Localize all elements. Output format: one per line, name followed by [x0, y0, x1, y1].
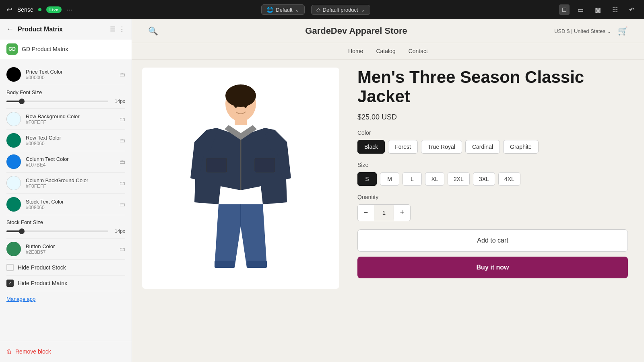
col-text-color-hex: #107BE4 — [26, 162, 115, 168]
col-bg-color-row: Colunm BackGround Color #F0FEFF 🗃 — [6, 173, 125, 194]
hide-product-stock-checkbox[interactable] — [6, 264, 14, 271]
row-text-color-swatch[interactable] — [6, 133, 21, 148]
price-text-color-info: Price Text Color #000000 — [26, 69, 115, 80]
product-image-container — [142, 68, 339, 289]
col-text-db-icon[interactable]: 🗃 — [120, 158, 125, 165]
body-font-slider-track[interactable] — [6, 101, 108, 102]
col-bg-color-info: Colunm BackGround Color #F0FEFF — [26, 177, 115, 189]
button-color-db-icon[interactable]: 🗃 — [120, 246, 125, 252]
row-text-color-info: Row Text Color #008060 — [26, 135, 115, 146]
buy-now-button[interactable]: Buy it now — [357, 257, 628, 278]
price-text-color-swatch[interactable] — [6, 67, 21, 82]
stock-font-slider-track[interactable] — [6, 230, 108, 232]
default-product-button[interactable]: ◇ Default product ⌄ — [311, 5, 370, 15]
sidebar-list-icon[interactable]: ☰ — [110, 25, 116, 33]
body-font-slider-thumb[interactable] — [19, 99, 25, 104]
product-price: $25.00 USD — [357, 113, 628, 121]
more-options-icon[interactable]: ··· — [66, 6, 72, 14]
size-option-xl[interactable]: XL — [425, 172, 444, 186]
size-option-l[interactable]: L — [402, 172, 422, 186]
hide-product-matrix-label: Hide Product Matrix — [18, 280, 67, 286]
price-text-color-hex: #000000 — [26, 75, 115, 80]
row-bg-color-hex: #F0FEFF — [26, 119, 115, 125]
svg-rect-9 — [215, 261, 235, 268]
mobile-view-button[interactable]: ▩ — [592, 4, 604, 15]
stock-font-slider-row: 14px — [6, 228, 125, 234]
quantity-decrease-button[interactable]: − — [358, 205, 374, 221]
add-to-cart-button[interactable]: Add to cart — [357, 229, 628, 252]
remove-block-button[interactable]: 🗑 Remove block — [6, 346, 51, 357]
button-color-swatch[interactable] — [6, 242, 21, 256]
cart-icon[interactable]: 🛒 — [618, 26, 628, 36]
size-option-m[interactable]: M — [380, 172, 399, 186]
size-option-label: Size — [357, 162, 628, 168]
stock-font-size-label: Stock Font Size — [6, 219, 125, 225]
color-option-black[interactable]: Black — [357, 140, 385, 154]
quantity-section: Quantity − 1 + — [357, 194, 628, 221]
stock-text-db-icon[interactable]: 🗃 — [120, 201, 125, 208]
top-bar-center: 🌐 Default ⌄ ◇ Default product ⌄ — [79, 4, 553, 15]
color-option-graphite[interactable]: Graphite — [503, 140, 539, 154]
sidebar-header-icons: ☰ ⋮ — [110, 25, 125, 33]
product-details: Men's Three Season Classic Jacket $25.00… — [349, 60, 644, 362]
nav-contact[interactable]: Contact — [409, 48, 428, 54]
color-option-true-royal[interactable]: True Royal — [421, 140, 462, 154]
desktop-view-button[interactable]: □ — [559, 4, 570, 15]
nav-catalog[interactable]: Catalog — [376, 48, 395, 54]
body-font-size-label: Body Font Size — [6, 89, 125, 95]
sidebar-more-icon[interactable]: ⋮ — [119, 25, 125, 33]
theme-label: Default — [276, 7, 292, 13]
quantity-increase-button[interactable]: + — [394, 205, 410, 221]
size-option-3xl[interactable]: 3XL — [473, 172, 495, 186]
sidebar-back-icon[interactable]: ← — [6, 25, 14, 33]
currency-chevron-icon: ⌄ — [607, 28, 611, 34]
col-bg-db-icon[interactable]: 🗃 — [120, 180, 125, 186]
color-options: Black Forest True Royal Cardinal Graphit… — [357, 140, 628, 154]
svg-point-2 — [225, 84, 256, 107]
price-text-color-label: Price Text Color — [26, 69, 115, 75]
grid-view-button[interactable]: ☷ — [609, 4, 621, 15]
size-option-4xl[interactable]: 4XL — [498, 172, 520, 186]
undo-button[interactable]: ↶ — [626, 4, 638, 15]
currency-selector[interactable]: USD $ | United States ⌄ — [554, 28, 611, 34]
product-title: Men's Three Season Classic Jacket — [357, 68, 628, 107]
hide-product-matrix-checkbox[interactable]: ✓ — [6, 280, 14, 287]
product-image — [172, 74, 309, 283]
row-bg-color-row: Row Background Color #F0FEFF 🗃 — [6, 109, 125, 130]
row-bg-db-icon[interactable]: 🗃 — [120, 116, 125, 122]
store-main: Men's Three Season Classic Jacket $25.00… — [132, 60, 644, 362]
col-text-color-swatch[interactable] — [6, 154, 21, 169]
col-bg-color-swatch[interactable] — [6, 176, 21, 190]
manage-app-link[interactable]: Manage app — [6, 291, 125, 307]
color-option-cardinal[interactable]: Cardinal — [465, 140, 500, 154]
nav-home[interactable]: Home — [348, 48, 363, 54]
row-text-db-icon[interactable]: 🗃 — [120, 137, 125, 144]
row-text-color-row: Row Text Color #008060 🗃 — [6, 130, 125, 151]
size-option-s[interactable]: S — [357, 172, 377, 186]
store-header: 🔍 GardeDev Apparel Store USD $ | United … — [132, 19, 644, 43]
tablet-view-button[interactable]: ▭ — [574, 4, 587, 15]
row-bg-color-swatch[interactable] — [6, 112, 21, 126]
row-bg-color-info: Row Background Color #F0FEFF — [26, 113, 115, 125]
stock-font-size-value: 14px — [112, 228, 125, 234]
hide-product-stock-label: Hide Product Stock — [18, 264, 66, 271]
quantity-value: 1 — [374, 206, 394, 219]
back-icon[interactable]: ↩ — [6, 5, 12, 14]
stock-font-slider-thumb[interactable] — [19, 228, 25, 234]
remove-block-label: Remove block — [15, 348, 51, 355]
app-icon: GD — [6, 43, 18, 55]
stock-text-color-info: Stock Text Color #008060 — [26, 199, 115, 210]
quantity-label: Quantity — [357, 194, 628, 200]
top-bar: ↩ Sense Live ··· 🌐 Default ⌄ ◇ Default p… — [0, 0, 644, 19]
default-theme-button[interactable]: 🌐 Default ⌄ — [261, 4, 304, 15]
svg-rect-10 — [247, 261, 267, 268]
stock-text-color-swatch[interactable] — [6, 197, 21, 212]
sidebar-title: Product Matrix — [18, 26, 106, 33]
store-preview: 🔍 GardeDev Apparel Store USD $ | United … — [132, 19, 644, 362]
price-text-db-icon[interactable]: 🗃 — [120, 71, 125, 78]
color-option-label: Color — [357, 130, 628, 136]
search-icon[interactable]: 🔍 — [148, 26, 158, 36]
globe-icon: 🌐 — [266, 6, 273, 13]
color-option-forest[interactable]: Forest — [388, 140, 418, 154]
size-option-2xl[interactable]: 2XL — [448, 172, 470, 186]
